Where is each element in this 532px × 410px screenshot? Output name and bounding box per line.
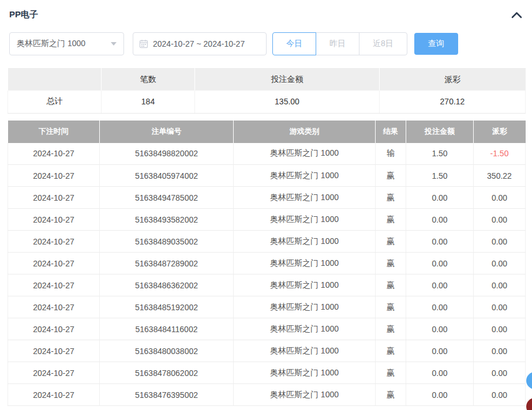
bet-amount-cell: 0.00: [406, 231, 474, 253]
table-row: 2024-10-2751638480038002奥林匹斯之门 1000赢0.00…: [8, 340, 526, 362]
bet-amount-cell: 0.00: [406, 209, 474, 231]
payout-cell: 0.00: [474, 340, 526, 362]
detail-header-game-category: 游戏类别: [234, 121, 376, 143]
bet-amount-cell: 0.00: [406, 187, 474, 209]
bet-time-cell: 2024-10-27: [8, 165, 100, 187]
bet-time-cell: 2024-10-27: [8, 340, 100, 362]
date-range-picker[interactable]: 2024-10-27 ~ 2024-10-27: [133, 32, 267, 55]
summary-total-count: 184: [102, 91, 195, 113]
result-cell: 赢: [376, 187, 406, 209]
game-category-cell: 奥林匹斯之门 1000: [234, 165, 376, 187]
result-cell: 赢: [376, 340, 406, 362]
ticket-number-cell: 51638485192002: [100, 296, 234, 318]
table-row: 2024-10-2751638489035002奥林匹斯之门 1000赢0.00…: [8, 231, 526, 253]
result-cell: 赢: [376, 274, 406, 296]
summary-total-bet-amount: 135.00: [195, 91, 380, 113]
table-row: 2024-10-2751638476395002奥林匹斯之门 1000赢0.00…: [8, 384, 526, 406]
game-category-cell: 奥林匹斯之门 1000: [234, 231, 376, 253]
bet-time-cell: 2024-10-27: [8, 318, 100, 340]
result-cell: 赢: [376, 384, 406, 406]
bet-time-cell: 2024-10-27: [8, 296, 100, 318]
bet-time-cell: 2024-10-27: [8, 209, 100, 231]
ticket-number-cell: 51638476395002: [100, 384, 234, 406]
summary-header-bet-amount: 投注金额: [195, 68, 380, 91]
detail-header-result: 结果: [376, 121, 406, 143]
summary-header-payout: 派彩: [380, 68, 526, 91]
bet-time-cell: 2024-10-27: [8, 274, 100, 296]
payout-cell: 0.00: [474, 187, 526, 209]
date-range-value: 2024-10-27 ~ 2024-10-27: [153, 39, 245, 48]
payout-cell: 350.22: [474, 165, 526, 187]
table-row: 2024-10-2751638493582002奥林匹斯之门 1000赢0.00…: [8, 209, 526, 231]
search-button[interactable]: 查询: [414, 33, 458, 55]
ticket-number-cell: 51638486362002: [100, 274, 234, 296]
bet-amount-cell: 0.00: [406, 253, 474, 274]
payout-cell: 0.00: [474, 318, 526, 340]
ticket-number-cell: 51638487289002: [100, 253, 234, 274]
panel-header: PP电子: [8, 0, 525, 20]
game-select-value: 奥林匹斯之门 1000: [17, 39, 85, 49]
payout-cell: 0.00: [474, 209, 526, 231]
table-row: 2024-10-2751638487289002奥林匹斯之门 1000赢0.00…: [8, 253, 526, 274]
ticket-number-cell: 51638478062002: [100, 362, 234, 384]
game-category-cell: 奥林匹斯之门 1000: [234, 296, 376, 318]
table-row: 2024-10-2751638405974002奥林匹斯之门 1000赢1.50…: [8, 165, 526, 187]
bet-time-cell: 2024-10-27: [8, 362, 100, 384]
filter-bar: 奥林匹斯之门 1000 2024-10-27 ~ 2024-10-27 今日 昨…: [8, 32, 525, 55]
chevron-up-icon: [511, 12, 522, 18]
bet-amount-cell: 0.00: [406, 274, 474, 296]
summary-table: 笔数 投注金额 派彩 总计 184 135.00 270.12: [8, 68, 526, 114]
game-category-cell: 奥林匹斯之门 1000: [234, 274, 376, 296]
bet-time-cell: 2024-10-27: [8, 384, 100, 406]
bet-amount-cell: 0.00: [406, 384, 474, 406]
detail-table-body: 2024-10-2751638498820002奥林匹斯之门 1000输1.50…: [8, 143, 526, 406]
game-category-cell: 奥林匹斯之门 1000: [234, 143, 376, 165]
game-category-cell: 奥林匹斯之门 1000: [234, 362, 376, 384]
ticket-number-cell: 51638489035002: [100, 231, 234, 253]
result-cell: 赢: [376, 253, 406, 274]
detail-header-payout: 派彩: [474, 121, 526, 143]
game-category-cell: 奥林匹斯之门 1000: [234, 253, 376, 274]
table-row: 2024-10-2751638484116002奥林匹斯之门 1000赢0.00…: [8, 318, 526, 340]
summary-header-blank: [8, 68, 102, 91]
game-category-cell: 奥林匹斯之门 1000: [234, 384, 376, 406]
bet-amount-cell: 0.00: [406, 318, 474, 340]
summary-header-count: 笔数: [102, 68, 195, 91]
payout-cell: -1.50: [474, 143, 526, 165]
detail-header-bet-amount: 投注金额: [406, 121, 474, 143]
detail-header-bet-time: 下注时间: [8, 121, 100, 143]
ticket-number-cell: 51638480038002: [100, 340, 234, 362]
bet-amount-cell: 1.50: [406, 165, 474, 187]
bet-time-cell: 2024-10-27: [8, 143, 100, 165]
ticket-number-cell: 51638494785002: [100, 187, 234, 209]
payout-cell: 0.00: [474, 253, 526, 274]
payout-cell: 0.00: [474, 274, 526, 296]
payout-cell: 0.00: [474, 231, 526, 253]
table-row: 2024-10-2751638494785002奥林匹斯之门 1000赢0.00…: [8, 187, 526, 209]
today-button[interactable]: 今日: [272, 32, 316, 55]
table-row: 2024-10-2751638486362002奥林匹斯之门 1000赢0.00…: [8, 274, 526, 296]
bet-time-cell: 2024-10-27: [8, 187, 100, 209]
bet-records-table: 下注时间 注单编号 游戏类别 结果 投注金额 派彩 2024-10-275163…: [8, 121, 526, 407]
payout-cell: 0.00: [474, 296, 526, 318]
calendar-icon: [139, 39, 148, 48]
last-8-days-button[interactable]: 近8日: [359, 32, 407, 55]
bet-time-cell: 2024-10-27: [8, 231, 100, 253]
detail-header-row: 下注时间 注单编号 游戏类别 结果 投注金额 派彩: [8, 121, 526, 143]
table-row: 2024-10-2751638478062002奥林匹斯之门 1000赢0.00…: [8, 362, 526, 384]
collapse-button[interactable]: [511, 12, 522, 18]
game-select[interactable]: 奥林匹斯之门 1000: [9, 32, 124, 55]
detail-header-ticket-number: 注单编号: [100, 121, 234, 143]
result-cell: 赢: [376, 231, 406, 253]
bet-amount-cell: 0.00: [406, 362, 474, 384]
payout-cell: 0.00: [474, 362, 526, 384]
pp-electronic-panel: PP电子 奥林匹斯之门 1000 2024-10-27: [0, 0, 532, 406]
table-row: 2024-10-2751638498820002奥林匹斯之门 1000输1.50…: [8, 143, 526, 165]
yesterday-button[interactable]: 昨日: [316, 32, 359, 55]
summary-header-row: 笔数 投注金额 派彩: [8, 68, 526, 91]
result-cell: 赢: [376, 296, 406, 318]
result-cell: 赢: [376, 209, 406, 231]
page-title: PP电子: [9, 9, 38, 20]
result-cell: 输: [376, 143, 406, 165]
ticket-number-cell: 51638498820002: [100, 143, 234, 165]
